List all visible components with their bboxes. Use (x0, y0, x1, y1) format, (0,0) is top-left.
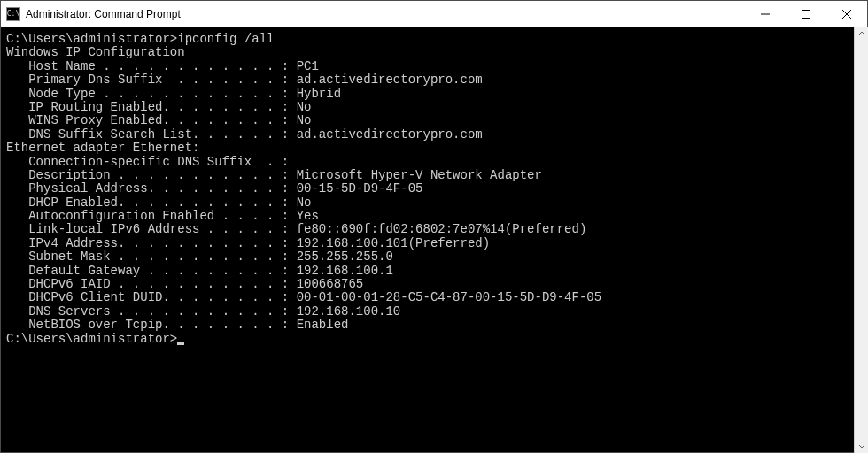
minimize-button[interactable] (745, 1, 786, 27)
svg-rect-1 (802, 10, 810, 18)
close-icon (842, 10, 851, 19)
output-line: Link-local IPv6 Address . . . . . : fe80… (6, 223, 867, 236)
scrollbar-up-button[interactable] (855, 27, 868, 41)
output-line: Node Type . . . . . . . . . . . . : Hybr… (6, 88, 867, 101)
prompt-path: C:\Users\administrator> (6, 32, 177, 46)
maximize-icon (802, 10, 810, 19)
cmd-icon: C:\ (6, 7, 20, 21)
minimize-icon (761, 10, 770, 19)
chevron-down-icon (858, 442, 865, 449)
output-line: DHCPv6 Client DUID. . . . . . . . : 00-0… (6, 291, 867, 304)
prompt-path: C:\Users\administrator> (6, 332, 177, 346)
output-line: Connection-specific DNS Suffix . : (6, 156, 867, 169)
output-line: DHCP Enabled. . . . . . . . . . . : No (6, 196, 867, 210)
terminal-output[interactable]: C:\Users\administrator>ipconfig /allWind… (1, 27, 867, 452)
output-line: Primary Dns Suffix . . . . . . . : ad.ac… (6, 73, 867, 87)
output-line: Host Name . . . . . . . . . . . . : PC1 (6, 60, 867, 73)
command-text: ipconfig /all (177, 32, 274, 46)
cmd-icon-glyph: C:\ (7, 11, 19, 18)
command-prompt-window: C:\ Administrator: Command Prompt C:\Use… (0, 0, 868, 453)
scrollbar-track[interactable] (855, 41, 868, 439)
section-header: Windows IP Configuration (6, 46, 867, 59)
section-header: Ethernet adapter Ethernet: (6, 142, 867, 155)
vertical-scrollbar[interactable] (854, 27, 868, 453)
scrollbar-down-button[interactable] (855, 439, 868, 453)
output-line: DNS Servers . . . . . . . . . . . : 192.… (6, 305, 867, 319)
output-line: DNS Suffix Search List. . . . . . : ad.a… (6, 128, 867, 142)
close-button[interactable] (826, 1, 867, 27)
output-line: IP Routing Enabled. . . . . . . . : No (6, 101, 867, 114)
chevron-up-icon (858, 30, 865, 37)
output-line: NetBIOS over Tcpip. . . . . . . . : Enab… (6, 319, 867, 332)
cursor (177, 342, 184, 345)
window-title: Administrator: Command Prompt (26, 8, 181, 20)
output-line: Description . . . . . . . . . . . : Micr… (6, 169, 867, 182)
output-line: Autoconfiguration Enabled . . . . : Yes (6, 210, 867, 223)
prompt-line: C:\Users\administrator>ipconfig /all (6, 33, 867, 46)
output-line: IPv4 Address. . . . . . . . . . . : 192.… (6, 237, 867, 250)
prompt-line: C:\Users\administrator> (6, 333, 867, 346)
output-line: Subnet Mask . . . . . . . . . . . : 255.… (6, 250, 867, 264)
output-line: WINS Proxy Enabled. . . . . . . . : No (6, 114, 867, 127)
window-controls (745, 1, 867, 27)
titlebar[interactable]: C:\ Administrator: Command Prompt (1, 1, 867, 27)
output-line: Physical Address. . . . . . . . . : 00-1… (6, 182, 867, 196)
output-line: Default Gateway . . . . . . . . . : 192.… (6, 265, 867, 278)
output-line: DHCPv6 IAID . . . . . . . . . . . : 1006… (6, 278, 867, 291)
maximize-button[interactable] (786, 1, 826, 27)
